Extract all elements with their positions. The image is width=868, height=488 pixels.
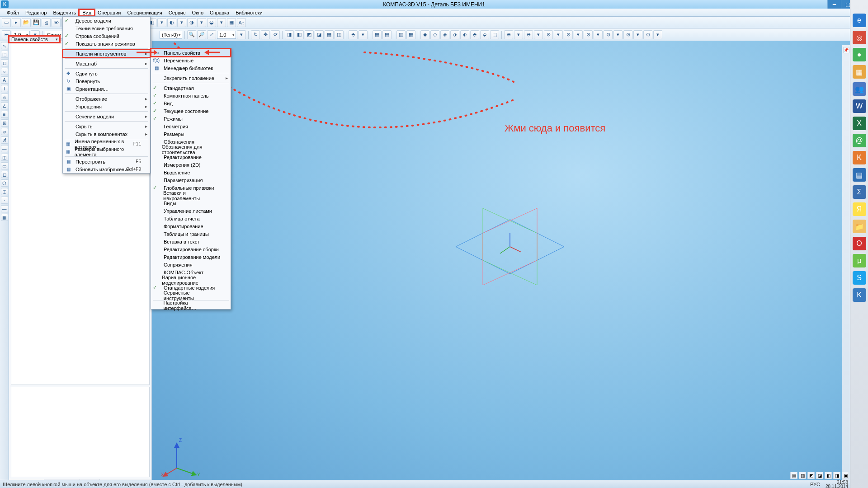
viewmenu-Скрыть[interactable]: Скрыть [63,122,150,130]
minimize-button[interactable]: ━ [827,0,841,9]
leftbar-btn-12[interactable]: — [1,145,8,152]
tb2-zoom-2[interactable]: ⤢ [207,30,216,39]
tbmenu-Режимы[interactable]: Режимы [151,115,231,122]
app-kompas2[interactable]: K [853,288,866,302]
tb2-extra-36[interactable]: ▾ [554,30,563,39]
tb2-extra-33[interactable]: ⊖ [524,30,533,39]
tb2-extra-24[interactable]: ◈ [440,30,449,39]
tb2-extra-22[interactable]: ◆ [420,30,429,39]
tb2-body[interactable]: (Тел-0) [160,31,182,39]
bi-7[interactable]: ▣ [842,472,849,479]
leftbar-btn-18[interactable]: · [1,197,8,204]
viewmenu-Сечение модели[interactable]: Сечение модели [63,113,150,120]
tbmenu-Размеры[interactable]: Размеры [151,130,231,138]
tb2-extra-38[interactable]: ▾ [574,30,583,39]
tbmenu-Вид[interactable]: Вид [151,99,231,107]
tbmenu-Обозначения для строительства[interactable]: Обозначения для строительства [151,145,231,153]
app-ie[interactable]: e [853,14,866,27]
viewmenu-Ориентация…[interactable]: ▣Ориентация… [63,85,150,93]
viewmenu-Обновить изображение[interactable]: ▦Обновить изображениеCtrl+F9 [63,165,150,173]
leftbar-btn-10[interactable]: ⌀ [1,128,8,135]
leftbar-btn-19[interactable]: — [1,205,8,212]
viewmenu-Отображение[interactable]: Отображение [63,95,150,103]
viewport-3d[interactable]: Z Y X Жми сюда и появится [152,41,868,488]
leftbar-btn-0[interactable]: ↖ [1,42,8,49]
tb2-extra-41[interactable]: ⊚ [604,30,613,39]
app-skype[interactable]: S [853,271,866,285]
leftbar-btn-14[interactable]: ▭ [1,162,8,169]
tb1-btn-23[interactable]: ◒ [207,18,216,27]
tbmenu-Измерения (2D)[interactable]: Измерения (2D) [151,161,231,169]
viewmenu-Дерево модели[interactable]: Дерево модели [63,17,150,24]
status-lang[interactable]: РУС [810,482,820,487]
tbmenu-Закрепить положение[interactable]: Закрепить положение [151,74,231,82]
tb2-extra-9[interactable]: ◪ [315,30,324,39]
leftbar-btn-11[interactable]: ∂f [1,136,8,144]
properties-panel-combo[interactable]: Панель свойств [9,37,59,42]
tb2-extra-46[interactable]: ▾ [653,30,662,39]
leftbar-btn-16[interactable]: ⬡ [1,179,8,187]
tb1-btn-24[interactable]: ▾ [217,18,226,27]
tbmenu-Сопряжения[interactable]: Сопряжения [151,261,231,268]
leftbar-btn-7[interactable]: ∠ [1,102,8,109]
tb1-btn-3[interactable]: 💾 [32,18,41,27]
leftbar-btn-2[interactable]: ◻ [1,59,8,66]
toolbars-submenu[interactable]: ▭Панель свойствf(x)Переменные▦Менеджер б… [151,48,231,310]
tb1-btn-20[interactable]: ▾ [177,18,186,27]
tb2-extra-16[interactable]: ▦ [373,30,382,39]
tb2-extra-25[interactable]: ⬗ [450,30,459,39]
tbmenu-Настройка интерфейса…[interactable]: Настройка интерфейса… [151,301,231,309]
tb1-btn-22[interactable]: ▾ [197,18,206,27]
tb2-zoom-val[interactable]: 1.0 [217,31,236,39]
tb2-extra-27[interactable]: ⬘ [470,30,479,39]
leftbar-btn-20[interactable]: ▦ [1,214,8,221]
tb2-extra-42[interactable]: ▾ [613,30,623,39]
model-properties-area[interactable] [11,387,150,477]
bi-4[interactable]: ◪ [816,472,823,479]
tbmenu-Компактная панель[interactable]: Компактная панель [151,92,231,99]
tbmenu-Редактирование модели[interactable]: Редактирование модели [151,253,231,261]
pin-icon[interactable]: 📌 [843,47,849,53]
app-calc[interactable]: ▦ [853,65,866,79]
leftbar-btn-8[interactable]: ≡ [1,111,8,118]
menu-спецификация[interactable]: Спецификация [124,9,165,16]
tb2-extra-19[interactable]: ▥ [396,30,406,39]
leftbar-btn-15[interactable]: ◻ [1,171,8,178]
viewmenu-Скрыть в компонентах[interactable]: Скрыть в компонентах [63,130,150,138]
app-yandex[interactable]: Я [853,202,866,216]
leftbar-btn-6[interactable]: ⎋ [1,94,8,101]
tbmenu-Менеджер библиотек[interactable]: ▦Менеджер библиотек [151,64,231,72]
app-at[interactable]: @ [853,134,866,147]
tb2-zoom-1[interactable]: 🔎 [197,30,206,39]
tb2-extra-20[interactable]: ▦ [406,30,415,39]
app-utorrent[interactable]: µ [853,254,866,267]
tbmenu-Параметризация[interactable]: Параметризация [151,176,231,184]
tbmenu-Форматирование[interactable]: Форматирование [151,222,231,230]
leftbar-btn-5[interactable]: T [1,85,8,92]
leftbar-btn-9[interactable]: ⊞ [1,119,8,127]
tb1-btn-21[interactable]: ◑ [187,18,196,27]
tb2-extra-35[interactable]: ⊗ [544,30,553,39]
menu-сервис[interactable]: Сервис [165,9,189,16]
leftbar-btn-4[interactable]: A [1,76,8,84]
tbmenu-Вставка в текст[interactable]: Вставка в текст [151,238,231,245]
menu-вид[interactable]: Вид [79,9,94,16]
viewmenu-Показать значки режимов[interactable]: Показать значки режимов [63,40,150,47]
bi-6[interactable]: ◨ [833,472,840,479]
bi-3[interactable]: ◩ [807,472,815,479]
tb2-extra-45[interactable]: ⊜ [643,30,652,39]
viewmenu-Упрощения[interactable]: Упрощения [63,103,150,110]
tbmenu-Редактирование[interactable]: Редактирование [151,153,231,161]
tb1-btn-5[interactable]: 👁 [52,18,61,27]
menu-библиотеки[interactable]: Библиотеки [232,9,266,16]
leftbar-btn-13[interactable]: ◫ [1,154,8,161]
viewmenu-Масштаб[interactable]: Масштаб [63,60,150,67]
app-folder[interactable]: 📁 [853,220,866,233]
leftbar-btn-3[interactable]: ○ [1,68,8,75]
view-menu[interactable]: Дерево моделиТехнические требованияСтрок… [62,16,151,174]
tb1-btn-19[interactable]: ◐ [167,18,176,27]
tbmenu-Таблица отчета[interactable]: Таблица отчета [151,215,231,222]
tb2-extra-32[interactable]: ▾ [514,30,523,39]
bi-1[interactable]: ▤ [790,472,797,479]
menu-файл[interactable]: Файл [4,9,22,16]
